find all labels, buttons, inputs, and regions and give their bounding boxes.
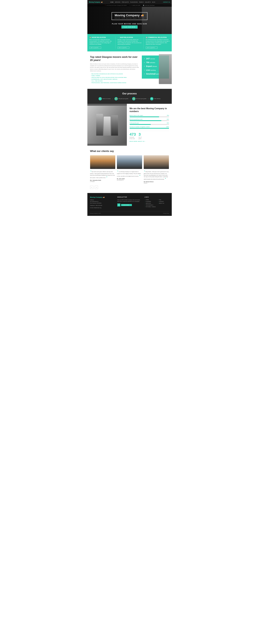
footer-link-home[interactable]: HOME <box>145 199 156 200</box>
big-stats: 473 thousands km per year 3 tons of good… <box>130 131 169 140</box>
nav-links: HOME SERVICES FREE QUOTE PLAN MOVING PAG… <box>110 2 155 3</box>
testimonial-role-1: (manager) <box>90 181 115 182</box>
step-icon-3: 🚚 <box>132 97 135 100</box>
footer-link-pictures[interactable]: PICTURES / VIDEOS <box>145 206 156 208</box>
process-step-2: 📦 We pack your goods <box>114 97 128 100</box>
nav-plan[interactable]: PLAN MOVING <box>130 2 138 3</box>
footer-about-col: Moving Company 🚚 Address: 45-78 Mormara … <box>90 196 115 209</box>
nav-home[interactable]: HOME <box>110 2 114 3</box>
nav-blog[interactable]: BLOG <box>152 2 155 3</box>
nav-services[interactable]: SERVICES <box>115 2 120 3</box>
nav-gallery[interactable]: GALLERY ▾ <box>145 2 151 3</box>
testimonial-text-1: ❝ My movers were quick, efficient, and v… <box>90 170 115 179</box>
hero-title-box: Moving Company 🚚 MAKING YOUR MOVING LEAS… <box>112 12 147 20</box>
services-band: 🏠 House relocation We're a one-stop plac… <box>87 34 172 52</box>
process-steps: ✓ Book our service → 📦 We pack your good… <box>90 97 169 100</box>
check-icon-5: ✓ <box>144 73 145 75</box>
truck-icon: 🚚 <box>101 1 103 3</box>
footer-links-heading: Links <box>145 196 169 198</box>
footer-link-contact[interactable]: CONTACT <box>158 201 169 202</box>
footer-privacy-link[interactable]: Privacy Policy <box>163 213 169 214</box>
service-shop: 🛒 Shop relocation We offer a range of wa… <box>118 37 142 49</box>
contact-us-link[interactable]: CONTACT US <box>163 2 170 3</box>
quote-icon-1: ❝ <box>90 170 91 172</box>
commercial-quote-button[interactable]: GET A QUOTE → <box>146 47 158 49</box>
testimonial-img-2 <box>117 155 142 169</box>
list-item-6: PROFESSIONAL AND PERSONAL ASSISTANCE DUR… <box>90 82 139 83</box>
main-nav: Moving Company 🚚 HOME SERVICES FREE QUOT… <box>87 0 172 4</box>
list-item-4: EXPERIENCED, FAST AND EFFICIENT SERVICE <box>90 78 139 80</box>
stat-value-1: 81% <box>167 118 169 120</box>
check-icon-2: ✓ <box>144 62 145 64</box>
stat-bar-1 <box>130 120 169 121</box>
hero-subtitle: MAKING YOUR MOVING LEAST PAINFUL <box>115 18 144 19</box>
list-item-5: FULL-TIME MOVERS <box>90 80 139 82</box>
subscribe-button[interactable]: SUBSCRIBE → <box>121 204 132 206</box>
footer-copyright: Moving Company © 2016 <box>90 213 101 214</box>
house-icon: 🏠 <box>89 37 91 38</box>
numbers-section: We are the best Moving Company in number… <box>87 104 172 146</box>
testimonial-3: ❝ Many thanks. I think your crew is grea… <box>144 155 169 184</box>
stat-value-3: 100% <box>166 126 169 128</box>
stat-fill-1 <box>130 120 162 121</box>
footer-links-col-2: FAQ CONTACT ABOUT US <box>158 199 169 208</box>
footer-link-faq[interactable]: FAQ <box>158 199 169 200</box>
stat-profit: Profit growth year 54% <box>130 122 169 125</box>
testimonial-next-button[interactable]: → <box>95 186 98 189</box>
step-icon-4: ⚑ <box>150 97 153 100</box>
footer-newsletter-desc: Keep up with the latest company news and… <box>117 199 142 202</box>
big-stat-goods-number: 3 <box>139 132 142 136</box>
process-step-4: ⚑ Safe delivery <box>150 97 160 100</box>
step-icon-2: 📦 <box>114 97 118 100</box>
service-divider-1 <box>115 37 116 49</box>
stat-label-0: Market share in the region <box>130 115 143 116</box>
footer-truck-icon: 🚚 <box>103 196 105 198</box>
shop-icon: 🛒 <box>118 37 119 38</box>
stat-label-2: Profit growth year <box>130 122 139 124</box>
footer-link-about[interactable]: ABOUT US <box>158 203 169 204</box>
plan-move-button[interactable]: PLAN YOUR MOVE <box>121 26 138 28</box>
footer: Moving Company 🚚 Address: 45-78 Mormara … <box>87 193 172 216</box>
nav-pages[interactable]: PAGES ▾ <box>139 2 144 3</box>
list-item-3: SPECIALIZING IN LOCAL MOVING WITHIN THE … <box>90 77 139 78</box>
footer-link-testimonials[interactable]: TESTIMONIALS <box>145 204 156 206</box>
check-icon-3: ✓ <box>144 66 145 67</box>
step-label-1: Book our service <box>103 98 111 99</box>
stat-bar-3 <box>130 128 169 129</box>
read-more-link[interactable]: READ MORE ABOUT US → <box>130 141 146 142</box>
big-stat-km-label: thousands km per year <box>130 136 136 140</box>
footer-bottom: Moving Company © 2016 Privacy Policy <box>90 211 169 214</box>
service-shop-desc: We offer a range of warehousing, deliver… <box>118 39 142 45</box>
stat-bar-2 <box>130 124 169 125</box>
stat-value-2: 54% <box>167 122 169 124</box>
testimonials-section: What our clients say ❝ My movers were qu… <box>87 146 172 193</box>
quote-icon-2: ❝ <box>117 170 118 172</box>
testimonials-grid: ❝ My movers were quick, efficient, and v… <box>90 155 169 184</box>
testimonial-name-3: Mr. Richard Nelson <box>144 181 169 182</box>
numbers-heading: We are the best Moving Company in number… <box>130 107 169 113</box>
commercial-icon: 🏢 <box>146 37 147 38</box>
testimonial-2: ❝ I use Moving Company on a regular basi… <box>117 155 142 184</box>
testimonial-name-1: Mrs. Samantha Smith <box>90 180 115 181</box>
nav-quote[interactable]: FREE QUOTE <box>122 2 129 3</box>
house-quote-button[interactable]: GET A QUOTE → <box>89 47 101 49</box>
numbers-right: We are the best Moving Company in number… <box>127 104 172 146</box>
testimonial-navigation: ← → <box>90 186 169 189</box>
process-step-1: ✓ Book our service <box>99 97 111 100</box>
footer-link-planning[interactable]: PLANNING <box>145 201 156 202</box>
big-stat-km-number: 473 <box>130 132 136 136</box>
stat-bar-0 <box>130 116 169 117</box>
list-item-1: RELOCATING HOUSEHOLDS AND OFFICES IN GLA… <box>90 73 139 74</box>
testimonial-text-2: ❝ I use Moving Company on a regular basi… <box>117 170 142 177</box>
top-rated-section: Top rated Glasgow movers work for over 2… <box>87 52 172 89</box>
footer-email: E-mail: info@domain.org <box>90 207 115 209</box>
testimonial-prev-button[interactable]: ← <box>90 186 93 189</box>
big-stat-goods: 3 tons of goods <box>139 132 142 140</box>
nav-logo[interactable]: Moving Company 🚚 <box>89 1 103 3</box>
process-arrow-1: → <box>112 98 113 100</box>
testimonial-img-3 <box>144 155 169 169</box>
service-commercial-desc: Our commercial division specialises in c… <box>146 39 170 45</box>
stat-fill-0 <box>130 116 159 117</box>
shop-quote-button[interactable]: GET A QUOTE → <box>118 47 129 49</box>
footer-link-services[interactable]: SERVICES <box>145 203 156 204</box>
